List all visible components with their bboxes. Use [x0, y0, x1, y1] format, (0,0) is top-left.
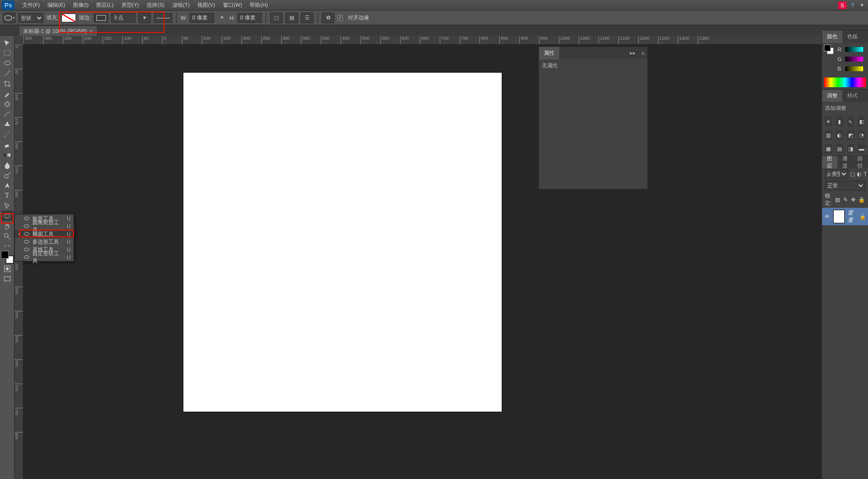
adj-invert-icon[interactable]: ▦	[825, 144, 832, 154]
panel-menu-icon[interactable]: ≡	[639, 50, 647, 56]
marquee-tool[interactable]	[1, 48, 13, 58]
stroke-swatch[interactable]	[94, 14, 108, 22]
link-wh-icon[interactable]: ⚭	[217, 13, 226, 23]
filter-type-icon[interactable]: T	[864, 169, 867, 179]
filter-adj-icon[interactable]: ◐	[857, 169, 862, 179]
path-combine-icon[interactable]: ▢	[270, 13, 283, 23]
menu-帮助(H)[interactable]: 帮助(H)	[246, 0, 271, 11]
menu-文件(F)[interactable]: 文件(F)	[18, 0, 44, 11]
filter-pixel-icon[interactable]: ▢	[850, 169, 855, 179]
document-tab[interactable]: 未标题-1 @ 100% (RGB/8) ×	[19, 26, 97, 36]
document-canvas[interactable]	[183, 73, 502, 412]
stroke-width-field[interactable]: 3 点	[111, 13, 135, 23]
adj-levels-icon[interactable]: ▮	[836, 117, 843, 126]
pen-tool[interactable]	[1, 180, 13, 190]
flyout-多边形工具[interactable]: 多边形工具U	[15, 238, 74, 246]
path-arrange-icon[interactable]: ☰	[301, 13, 314, 23]
eyedropper-tool[interactable]	[1, 89, 13, 99]
adj-poster-icon[interactable]: ▤	[836, 144, 843, 154]
type-tool[interactable]: T	[1, 190, 13, 201]
lasso-tool[interactable]	[1, 58, 13, 68]
move-tool[interactable]	[1, 38, 13, 48]
swap-colors-icon[interactable]	[1, 243, 13, 249]
brush-tool[interactable]	[1, 109, 13, 119]
stroke-width-dropdown[interactable]: ▾	[138, 13, 151, 23]
flyout-圆角矩形工具[interactable]: 圆角矩形工具U	[15, 222, 74, 230]
tab-layers[interactable]: 图层	[822, 156, 838, 169]
workspace-switcher-icon[interactable]: ▾	[858, 1, 866, 9]
flyout-自定形状工具[interactable]: 自定形状工具U	[15, 253, 74, 261]
history-brush-tool[interactable]	[1, 129, 13, 139]
adj-bw-icon[interactable]: ◩	[847, 130, 854, 140]
adj-hue-icon[interactable]: ◐	[836, 130, 843, 140]
adj-gradient-map-icon[interactable]: ▬	[858, 144, 865, 154]
zoom-tool[interactable]	[1, 231, 13, 241]
adj-threshold-icon[interactable]: ◨	[847, 144, 854, 154]
adj-photo-filter-icon[interactable]: ◔	[858, 130, 865, 140]
tab-properties[interactable]: 属性	[539, 47, 559, 60]
tab-channels[interactable]: 通道	[838, 156, 853, 169]
flyout-椭圆工具[interactable]: •椭圆工具U	[15, 230, 74, 238]
menu-滤镜(T)[interactable]: 滤镜(T)	[168, 0, 194, 11]
menu-视图(V)[interactable]: 视图(V)	[194, 0, 219, 11]
screenmode-icon[interactable]	[1, 274, 13, 284]
stroke-style[interactable]	[154, 13, 172, 23]
wand-tool[interactable]	[1, 68, 13, 78]
crop-tool[interactable]	[1, 78, 13, 89]
ruler-horizontal[interactable]: 3503002502001501005005010015020025030035…	[23, 36, 853, 45]
adj-brightness-icon[interactable]: ☀	[825, 117, 832, 126]
layer-filter-select[interactable]: ρ 类型	[825, 169, 848, 179]
close-icon[interactable]: ×	[90, 28, 93, 34]
blend-mode-select[interactable]: 正常	[825, 181, 865, 190]
shape-tool[interactable]	[1, 211, 13, 221]
height-field[interactable]: 0 像素	[238, 13, 262, 23]
cloud-icon[interactable]: S	[838, 1, 847, 9]
lock-paint-icon[interactable]: ✎	[842, 195, 848, 204]
blur-tool[interactable]	[1, 160, 13, 170]
ruler-vertical[interactable]: 0501001502002503003504004505005506006507…	[15, 45, 23, 479]
fg-bg-colors[interactable]	[1, 251, 14, 263]
path-select-tool[interactable]	[1, 201, 13, 211]
visibility-icon[interactable]: 👁	[824, 214, 830, 219]
tab-color[interactable]: 颜色	[822, 31, 842, 43]
menu-类型(Y)[interactable]: 类型(Y)	[118, 0, 143, 11]
gear-icon[interactable]: ✿	[322, 13, 334, 23]
tab-adjustments[interactable]: 调整	[822, 90, 842, 102]
stamp-tool[interactable]	[1, 119, 13, 129]
menu-编辑(E)[interactable]: 编辑(E)	[44, 0, 69, 11]
lock-all-icon[interactable]: 🔒	[858, 195, 865, 204]
hand-tool[interactable]	[1, 221, 13, 231]
collapse-icon[interactable]: ▸▸	[627, 50, 639, 56]
adj-exposure-icon[interactable]: ◧	[858, 117, 865, 126]
menu-图像(I)[interactable]: 图像(I)	[69, 0, 92, 11]
tab-styles[interactable]: 样式	[842, 90, 863, 102]
align-edges-checkbox[interactable]	[337, 15, 343, 21]
lock-trans-icon[interactable]: ▨	[835, 195, 840, 204]
g-slider[interactable]	[845, 57, 863, 62]
adj-curves-icon[interactable]: ∿	[847, 117, 854, 126]
adj-vibrance-icon[interactable]: ▥	[825, 130, 832, 140]
gradient-tool[interactable]	[1, 150, 13, 160]
menu-图层(L)[interactable]: 图层(L)	[92, 0, 117, 11]
path-align-icon[interactable]: ▤	[285, 13, 298, 23]
lock-move-icon[interactable]: ✥	[851, 195, 856, 204]
fill-swatch[interactable]	[61, 14, 76, 22]
eraser-tool[interactable]	[1, 139, 13, 150]
shape-mode-select[interactable]: 形状	[18, 13, 44, 23]
canvas-viewport[interactable]	[23, 45, 853, 479]
ruler-origin[interactable]	[15, 36, 23, 45]
layer-thumbnail[interactable]	[833, 210, 845, 223]
shape-preset-icon[interactable]: ▾	[3, 13, 15, 23]
r-slider[interactable]	[845, 47, 863, 52]
heal-tool[interactable]	[1, 99, 13, 109]
tab-swatches[interactable]: 色板	[842, 31, 863, 43]
menu-选择(S)[interactable]: 选择(S)	[143, 0, 168, 11]
menu-窗口(W)[interactable]: 窗口(W)	[219, 0, 246, 11]
help-icon[interactable]: ?	[849, 1, 856, 9]
quickmask-icon[interactable]	[1, 263, 13, 274]
b-slider[interactable]	[845, 66, 863, 71]
color-spectrum[interactable]	[824, 77, 866, 87]
layer-row-background[interactable]: 👁 背景 🔒	[822, 208, 868, 225]
width-field[interactable]: 0 像素	[190, 13, 214, 23]
dodge-tool[interactable]	[1, 170, 13, 180]
